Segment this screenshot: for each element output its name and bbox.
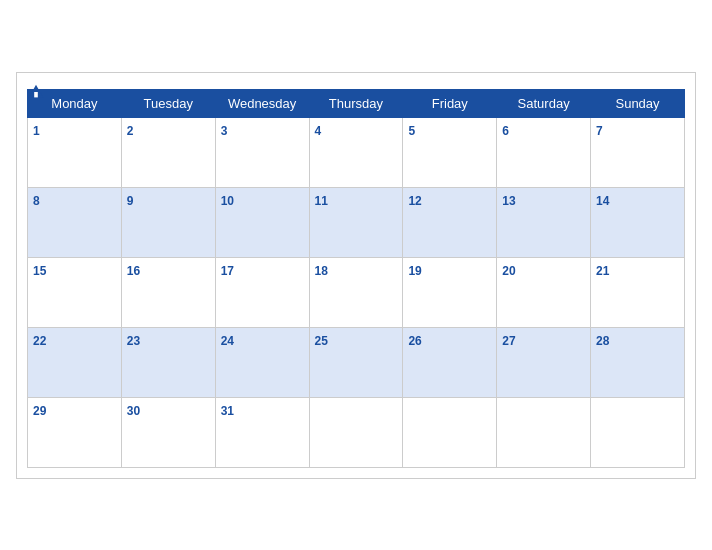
calendar-cell: 19 [403,257,497,327]
day-number: 31 [221,404,234,418]
day-number: 11 [315,194,328,208]
day-number: 4 [315,124,322,138]
day-number: 2 [127,124,134,138]
day-number: 29 [33,404,46,418]
calendar-cell: 30 [121,397,215,467]
calendar-cell: 3 [215,117,309,187]
day-number: 9 [127,194,134,208]
week-row-4: 22232425262728 [28,327,685,397]
calendar-cell [403,397,497,467]
week-row-3: 15161718192021 [28,257,685,327]
calendar-cell: 27 [497,327,591,397]
day-number: 3 [221,124,228,138]
weekday-wednesday: Wednesday [215,89,309,117]
calendar-cell: 18 [309,257,403,327]
calendar-cell: 11 [309,187,403,257]
day-number: 13 [502,194,515,208]
weekday-tuesday: Tuesday [121,89,215,117]
calendar-cell: 22 [28,327,122,397]
calendar-grid: MondayTuesdayWednesdayThursdayFridaySatu… [27,89,685,468]
day-number: 18 [315,264,328,278]
calendar-cell: 17 [215,257,309,327]
weekday-friday: Friday [403,89,497,117]
day-number: 10 [221,194,234,208]
calendar-cell: 13 [497,187,591,257]
day-number: 16 [127,264,140,278]
week-row-2: 891011121314 [28,187,685,257]
day-number: 30 [127,404,140,418]
week-row-1: 1234567 [28,117,685,187]
day-number: 22 [33,334,46,348]
calendar-cell [309,397,403,467]
calendar-cell: 4 [309,117,403,187]
calendar-cell [497,397,591,467]
calendar-cell: 23 [121,327,215,397]
day-number: 26 [408,334,421,348]
calendar-cell [591,397,685,467]
day-number: 27 [502,334,515,348]
day-number: 8 [33,194,40,208]
calendar-cell: 2 [121,117,215,187]
day-number: 20 [502,264,515,278]
calendar-cell: 15 [28,257,122,327]
day-number: 21 [596,264,609,278]
calendar-cell: 10 [215,187,309,257]
day-number: 24 [221,334,234,348]
day-number: 15 [33,264,46,278]
logo-area [27,83,47,101]
svg-rect-1 [34,92,38,97]
weekday-header-row: MondayTuesdayWednesdayThursdayFridaySatu… [28,89,685,117]
calendar-cell: 8 [28,187,122,257]
calendar-cell: 5 [403,117,497,187]
calendar-cell: 7 [591,117,685,187]
weekday-thursday: Thursday [309,89,403,117]
weekday-saturday: Saturday [497,89,591,117]
calendar-cell: 16 [121,257,215,327]
calendar-cell: 20 [497,257,591,327]
day-number: 19 [408,264,421,278]
calendar-cell: 31 [215,397,309,467]
calendar-cell: 28 [591,327,685,397]
calendar-container: MondayTuesdayWednesdayThursdayFridaySatu… [16,72,696,479]
calendar-cell: 21 [591,257,685,327]
calendar-cell: 9 [121,187,215,257]
calendar-cell: 24 [215,327,309,397]
week-row-5: 293031 [28,397,685,467]
logo-wrapper [27,83,47,101]
calendar-cell: 25 [309,327,403,397]
day-number: 6 [502,124,509,138]
day-number: 17 [221,264,234,278]
weekday-sunday: Sunday [591,89,685,117]
calendar-cell: 29 [28,397,122,467]
calendar-cell: 1 [28,117,122,187]
day-number: 1 [33,124,40,138]
day-number: 12 [408,194,421,208]
day-number: 5 [408,124,415,138]
calendar-cell: 12 [403,187,497,257]
day-number: 7 [596,124,603,138]
calendar-cell: 14 [591,187,685,257]
day-number: 25 [315,334,328,348]
day-number: 28 [596,334,609,348]
calendar-cell: 6 [497,117,591,187]
generalblue-logo-icon [27,83,45,101]
day-number: 23 [127,334,140,348]
day-number: 14 [596,194,609,208]
calendar-cell: 26 [403,327,497,397]
